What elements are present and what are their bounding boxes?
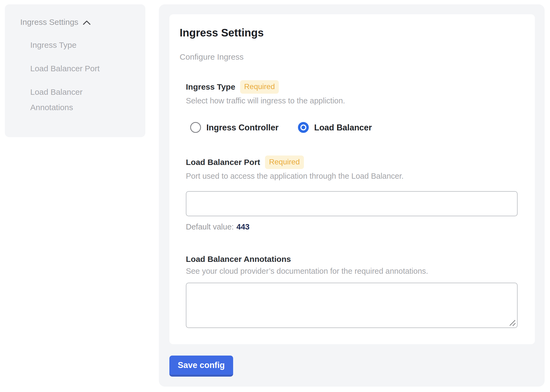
required-badge: Required bbox=[240, 80, 279, 94]
page-subtitle: Configure Ingress bbox=[180, 52, 518, 62]
load-balancer-annotations-description: See your cloud provider’s documentation … bbox=[186, 266, 518, 276]
sidebar-item-ingress-type[interactable]: Ingress Type bbox=[30, 37, 119, 53]
load-balancer-annotations-textarea[interactable] bbox=[186, 283, 518, 328]
default-value-label: Default value: bbox=[186, 222, 234, 231]
radio-selected-icon[interactable] bbox=[298, 122, 309, 133]
ingress-type-label: Ingress Type bbox=[186, 82, 235, 92]
page-title: Ingress Settings bbox=[180, 26, 518, 39]
radio-option-load-balancer[interactable]: Load Balancer bbox=[298, 122, 372, 133]
load-balancer-port-label: Load Balancer Port bbox=[186, 157, 260, 167]
settings-sidebar: Ingress Settings Ingress Type Load Balan… bbox=[5, 4, 145, 137]
sidebar-section-title: Ingress Settings bbox=[20, 17, 78, 27]
section-load-balancer-port: Load Balancer Port Required Port used to… bbox=[186, 156, 518, 231]
load-balancer-port-description: Port used to access the application thro… bbox=[186, 171, 518, 181]
section-ingress-type: Ingress Type Required Select how traffic… bbox=[186, 80, 518, 133]
load-balancer-annotations-label-row: Load Balancer Annotations bbox=[186, 254, 518, 264]
sidebar-section-toggle[interactable]: Ingress Settings bbox=[20, 17, 137, 27]
load-balancer-annotations-field-wrap bbox=[186, 283, 518, 328]
sidebar-item-load-balancer-port[interactable]: Load Balancer Port bbox=[30, 61, 119, 76]
load-balancer-annotations-label: Load Balancer Annotations bbox=[186, 254, 291, 264]
sidebar-item-list: Ingress Type Load Balancer Port Load Bal… bbox=[30, 37, 137, 115]
section-load-balancer-annotations: Load Balancer Annotations See your cloud… bbox=[186, 254, 518, 328]
required-badge: Required bbox=[265, 156, 304, 169]
ingress-type-radio-group: Ingress Controller Load Balancer bbox=[186, 122, 518, 133]
radio-label-ingress-controller: Ingress Controller bbox=[206, 123, 279, 133]
save-config-button[interactable]: Save config bbox=[169, 356, 233, 377]
default-value-note: Default value:443 bbox=[186, 222, 518, 232]
form-sections: Ingress Type Required Select how traffic… bbox=[186, 80, 518, 328]
resize-handle-icon[interactable] bbox=[509, 319, 516, 327]
settings-main-container: Ingress Settings Configure Ingress Ingre… bbox=[159, 4, 545, 387]
load-balancer-port-input[interactable] bbox=[186, 191, 518, 216]
ingress-settings-card: Ingress Settings Configure Ingress Ingre… bbox=[169, 14, 535, 344]
radio-option-ingress-controller[interactable]: Ingress Controller bbox=[190, 122, 279, 133]
ingress-type-description: Select how traffic will ingress to the a… bbox=[186, 96, 518, 106]
ingress-type-label-row: Ingress Type Required bbox=[186, 80, 518, 94]
radio-unselected-icon[interactable] bbox=[190, 122, 201, 133]
radio-label-load-balancer: Load Balancer bbox=[314, 123, 372, 133]
load-balancer-port-label-row: Load Balancer Port Required bbox=[186, 156, 518, 169]
chevron-up-icon bbox=[83, 20, 91, 25]
sidebar-item-load-balancer-annotations[interactable]: Load Balancer Annotations bbox=[30, 84, 119, 115]
default-value-number: 443 bbox=[236, 222, 249, 231]
